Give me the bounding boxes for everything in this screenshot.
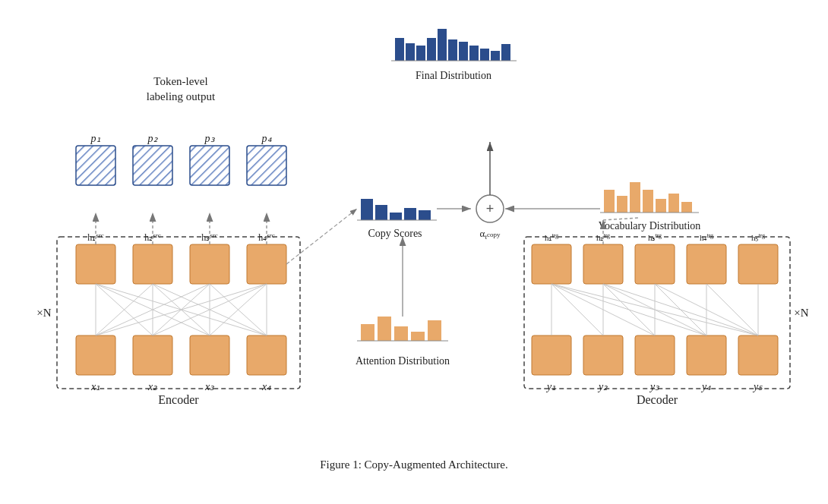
svg-rect-42 bbox=[390, 213, 402, 220]
decoder-box-h2-top bbox=[583, 244, 623, 284]
p2-box bbox=[133, 146, 172, 185]
svg-rect-60 bbox=[459, 42, 468, 61]
decoder-box-y4-bottom bbox=[687, 335, 726, 375]
copy-scores-bars bbox=[357, 199, 437, 220]
final-distribution-label: Final Distribution bbox=[416, 70, 491, 81]
times-n-right: ×N bbox=[794, 307, 808, 319]
decoder-label: Decoder bbox=[637, 393, 678, 406]
svg-rect-57 bbox=[427, 38, 436, 61]
x1-label: x₁ bbox=[90, 381, 100, 392]
decoder-box-h1-top bbox=[532, 244, 571, 284]
token-level-label: Token-level bbox=[153, 75, 207, 87]
y5-label: y₅ bbox=[752, 381, 763, 392]
svg-rect-63 bbox=[491, 51, 500, 61]
svg-rect-34 bbox=[361, 324, 374, 341]
decoder-connections bbox=[551, 284, 758, 335]
attention-distribution-label: Attention Distribution bbox=[356, 355, 450, 367]
svg-rect-58 bbox=[438, 29, 447, 61]
decoder-box-y2-bottom bbox=[583, 335, 623, 375]
decoder-box-y5-bottom bbox=[738, 335, 778, 375]
h3trg-label: h₃trg bbox=[648, 232, 662, 242]
encoder-box-h3-top bbox=[190, 244, 229, 284]
plus-symbol: + bbox=[486, 201, 495, 216]
svg-rect-47 bbox=[617, 196, 627, 213]
h4trg-label: h₄trg bbox=[700, 232, 713, 242]
architecture-diagram: Encoder ×N bbox=[15, 9, 813, 495]
y3-label: y₃ bbox=[649, 381, 660, 392]
decoder-box-y3-bottom bbox=[635, 335, 675, 375]
x4-label: x₄ bbox=[261, 381, 271, 392]
p4-box bbox=[247, 146, 286, 185]
y1-label: y₁ bbox=[545, 381, 556, 392]
svg-rect-64 bbox=[501, 44, 510, 61]
svg-rect-50 bbox=[656, 199, 666, 213]
x3-label: x₃ bbox=[204, 381, 215, 392]
svg-rect-56 bbox=[416, 46, 425, 61]
decoder-box-h4-top bbox=[687, 244, 726, 284]
p4-label: p₄ bbox=[261, 133, 272, 144]
p3-label: p₃ bbox=[204, 133, 216, 144]
p1-label: p₁ bbox=[90, 133, 101, 144]
svg-rect-49 bbox=[643, 190, 653, 213]
encoder-label: Encoder bbox=[158, 393, 199, 406]
svg-rect-37 bbox=[411, 332, 425, 341]
decoder-box-h5-top bbox=[738, 244, 778, 284]
attention-distribution-bars bbox=[357, 317, 448, 341]
vocabulary-distribution-label: Vocabulary Distribution bbox=[599, 220, 701, 232]
svg-rect-48 bbox=[630, 182, 640, 213]
vocabulary-distribution-bars bbox=[600, 182, 699, 213]
figure-caption: Figure 1: Copy-Augmented Architecture. bbox=[320, 458, 507, 471]
svg-rect-51 bbox=[668, 194, 679, 213]
figure-container: Encoder ×N bbox=[15, 9, 813, 495]
svg-line-32 bbox=[706, 284, 758, 335]
svg-line-25 bbox=[551, 284, 706, 335]
svg-rect-59 bbox=[448, 39, 457, 61]
labeling-output-label: labeling output bbox=[147, 90, 216, 102]
svg-rect-54 bbox=[395, 38, 404, 61]
h1trg-label: h₁trg bbox=[545, 232, 558, 242]
encoder-box-h1-top bbox=[76, 244, 115, 284]
p3-box bbox=[190, 146, 229, 185]
svg-rect-52 bbox=[681, 202, 692, 213]
svg-rect-55 bbox=[406, 43, 415, 61]
svg-rect-61 bbox=[469, 46, 479, 61]
encoder-connections bbox=[96, 284, 267, 335]
y4-label: y₄ bbox=[700, 381, 711, 392]
svg-rect-38 bbox=[428, 320, 441, 341]
h5trg-label: h₅trg bbox=[751, 232, 765, 242]
encoder-box-x2-bottom bbox=[133, 335, 172, 375]
svg-rect-46 bbox=[604, 190, 615, 213]
encoder-box-x4-bottom bbox=[247, 335, 286, 375]
copy-scores-label: Copy Scores bbox=[368, 228, 422, 239]
encoder-box-h2-top bbox=[133, 244, 172, 284]
decoder-box-h3-top bbox=[635, 244, 675, 284]
x2-label: x₂ bbox=[147, 381, 157, 392]
times-n-left: ×N bbox=[36, 307, 51, 319]
svg-rect-35 bbox=[378, 317, 391, 341]
y2-label: y₂ bbox=[597, 381, 608, 392]
alpha-copy-label: αtcopy bbox=[480, 228, 501, 241]
svg-rect-36 bbox=[394, 326, 408, 341]
svg-rect-44 bbox=[419, 210, 431, 220]
encoder-box-x3-bottom bbox=[190, 335, 229, 375]
svg-rect-41 bbox=[375, 205, 387, 220]
svg-rect-43 bbox=[404, 208, 416, 220]
encoder-box-x1-bottom bbox=[76, 335, 115, 375]
svg-line-20 bbox=[551, 284, 603, 335]
svg-rect-40 bbox=[361, 199, 373, 220]
p2-label: p₂ bbox=[147, 133, 158, 144]
svg-line-30 bbox=[603, 284, 758, 335]
decoder-box-y1-bottom bbox=[532, 335, 571, 375]
svg-rect-62 bbox=[480, 49, 489, 61]
final-distribution-bars bbox=[391, 29, 517, 61]
p1-box bbox=[76, 146, 115, 185]
encoder-box-h4-top bbox=[247, 244, 286, 284]
